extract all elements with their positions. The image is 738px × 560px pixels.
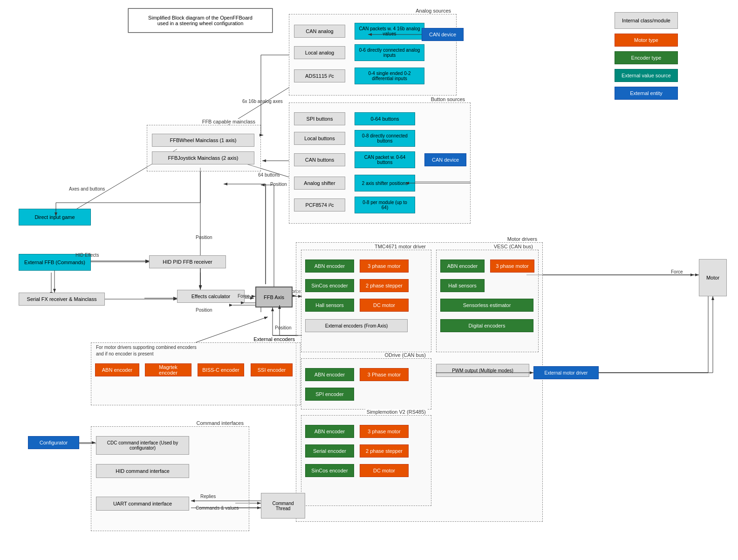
diagram-container: Simplified Block diagram of the OpenFFBo… — [0, 0, 738, 560]
cmd-interfaces-title: Command interfaces — [195, 420, 246, 426]
vesc-sensorless: Sensorless estimator — [440, 299, 533, 312]
uart-cmd-box: UART command interface — [96, 497, 189, 511]
sm-3phase: 3 phase motor — [360, 425, 409, 438]
force-label-1: Force — [238, 294, 250, 299]
ext-enc-magntek: Magrtek encoder — [145, 363, 191, 376]
simplemotion-group: Simplemotion V2 (RS485) ABN encoder 3 ph… — [301, 415, 431, 506]
tmc-abn: ABN encoder — [305, 260, 354, 273]
ext-enc-subtitle1: For motor drivers supporting combined en… — [96, 345, 197, 350]
tmc-dc: DC motor — [360, 299, 409, 312]
tmc-ext-enc: External encoders (From Axis) — [305, 319, 408, 332]
vesc-abn: ABN encoder — [440, 260, 485, 273]
local-buttons-box: Local buttons — [294, 132, 345, 145]
command-thread-box: Command Thread — [261, 493, 305, 519]
commands-values-label: Commands & values — [196, 505, 239, 511]
tmc-sincos: SinCos encoder — [305, 279, 354, 292]
legend-external-entity: External entity — [615, 87, 678, 100]
vesc-group: VESC (CAN bus) ABN encoder 3 phase motor… — [436, 250, 539, 352]
ext-enc-subtitle2: and if no encoder is present — [96, 351, 153, 356]
sm-sincos: SinCos encoder — [305, 464, 354, 477]
title-box: Simplified Block diagram of the OpenFFBo… — [128, 8, 273, 33]
can-analog-box: CAN analog — [294, 25, 345, 38]
ads1115-value: 0-4 single ended 0-2 differential inputs — [355, 68, 424, 84]
legend-encoder: Encoder type — [615, 51, 678, 64]
position-label-3: Position — [275, 325, 292, 330]
configurator-box: Configurator — [28, 436, 79, 449]
serial-fx-box: Serial FX receiver & Mainclass — [19, 293, 105, 306]
sm-abn: ABN encoder — [305, 425, 354, 438]
vesc-digital: Digital encoders — [440, 319, 533, 332]
cdc-cmd-box: CDC command interface (Used by configura… — [96, 436, 189, 455]
button-sources-group: Button sources SPI buttons 0-64 buttons … — [289, 102, 471, 224]
ffb-axis-box: FFB Axis — [255, 287, 293, 307]
tmc4671-group: TMC4671 motor driver ABN encoder 3 phase… — [301, 250, 431, 352]
tmc4671-title: TMC4671 motor driver — [373, 244, 427, 249]
sm-serial: Serial encoder — [305, 444, 354, 458]
external-motor-driver-box: External motor driver — [533, 366, 599, 379]
ffb-wheel-box: FFBWheel Mainclass (1 axis) — [152, 134, 254, 147]
position-label-4: Position — [270, 182, 287, 187]
can-buttons-box: CAN buttons — [294, 153, 345, 166]
external-encoders-group: External encoders For motor drivers supp… — [91, 342, 301, 405]
direct-input-box: Direct input game — [19, 209, 91, 225]
ffb-mainclass-title: FFB capable mainclass — [201, 119, 257, 124]
title-line2: used in a steering wheel configuration — [157, 20, 244, 26]
can-device-analog: CAN device — [422, 28, 464, 41]
local-analog-value: 0-6 directly connected analog inputs — [355, 44, 424, 61]
tmc-2phase: 2 phase stepper — [360, 279, 409, 292]
buttons-label: 64 buttons — [258, 172, 280, 178]
title-line1: Simplified Block diagram of the OpenFFBo… — [148, 15, 253, 20]
ads1115-box: ADS1115 i²c — [294, 69, 345, 82]
odrive-spi: SPI encoder — [305, 388, 354, 401]
vesc-title: VESC (CAN bus) — [492, 244, 534, 249]
tmc-3phase: 3 phase motor — [360, 260, 409, 273]
odrive-title: ODrive (CAN bus) — [383, 352, 427, 358]
vesc-3phase: 3 phase motor — [490, 260, 534, 273]
motor-drivers-title: Motor drivers — [506, 236, 539, 242]
spi-buttons-value: 0-64 buttons — [355, 112, 415, 125]
motor-box: Motor — [699, 259, 727, 296]
tmc-hall: Hall sensors — [305, 299, 354, 312]
analog-sources-group: Analog sources CAN analog CAN packets w.… — [289, 14, 457, 96]
legend-internal: Internal class/module — [615, 12, 678, 29]
pwm-box: PWM output (Multiple modes) — [436, 364, 529, 377]
hid-pid-box: HID PID FFB receiver — [149, 255, 226, 268]
ext-enc-abn: ABN encoder — [95, 363, 139, 376]
command-interfaces-group: Command interfaces CDC command interface… — [91, 426, 249, 531]
pcf8574-value: 0-8 per module (up to 64) — [355, 197, 415, 213]
legend-motor: Motor type — [615, 34, 678, 47]
effects-calc-box: Effects calculator — [177, 290, 245, 303]
force-to-motor-label: Force — [671, 269, 683, 274]
legend-external-value: External value source — [615, 69, 678, 82]
simplemotion-title: Simplemotion V2 (RS485) — [365, 409, 427, 415]
sm-2phase: 2 phase stepper — [360, 444, 409, 458]
spi-buttons-box: SPI buttons — [294, 112, 345, 125]
ext-enc-ssi: SSI encoder — [251, 363, 293, 376]
odrive-group: ODrive (CAN bus) ABN encoder 3 Phase mot… — [301, 358, 431, 410]
ext-enc-bissc: BISS-C encoder — [198, 363, 244, 376]
analog-axes-label: 6x 16b analog axes — [242, 99, 283, 104]
vesc-hall: Hall sensors — [440, 279, 485, 292]
position-label-2: Position — [196, 307, 212, 313]
local-analog-box: Local analog — [294, 46, 345, 59]
motor-drivers-group: Motor drivers TMC4671 motor driver ABN e… — [296, 242, 543, 522]
odrive-abn: ABN encoder — [305, 368, 354, 381]
button-sources-title: Button sources — [430, 96, 466, 102]
sm-dc: DC motor — [360, 464, 409, 477]
hid-cmd-box: HID command interface — [96, 464, 189, 478]
ext-enc-title: External encoders — [252, 336, 296, 342]
local-buttons-value: 0-8 directly connected buttons — [355, 130, 415, 147]
hid-effects-label: HID Effects — [75, 253, 99, 258]
ffb-mainclass-group: FFB capable mainclass FFBWheel Mainclass… — [147, 125, 261, 171]
odrive-3phase: 3 Phase motor — [360, 368, 409, 381]
analog-shifter-box: Analog shifter — [294, 177, 345, 190]
replies-label: Replies — [200, 494, 216, 499]
can-analog-value: CAN packets w. 4 16b analog values — [355, 23, 424, 40]
can-device-buttons: CAN device — [424, 153, 466, 166]
analog-sources-title: Analog sources — [414, 8, 452, 14]
axes-buttons-label: Axes and buttons — [69, 186, 105, 191]
analog-shifter-value: 2 axis shifter positions — [355, 175, 415, 191]
position-label-1: Position — [196, 235, 212, 240]
pcf8574-box: PCF8574 i²c — [294, 198, 345, 212]
can-buttons-value: CAN packet w. 0-64 buttons — [355, 151, 415, 168]
